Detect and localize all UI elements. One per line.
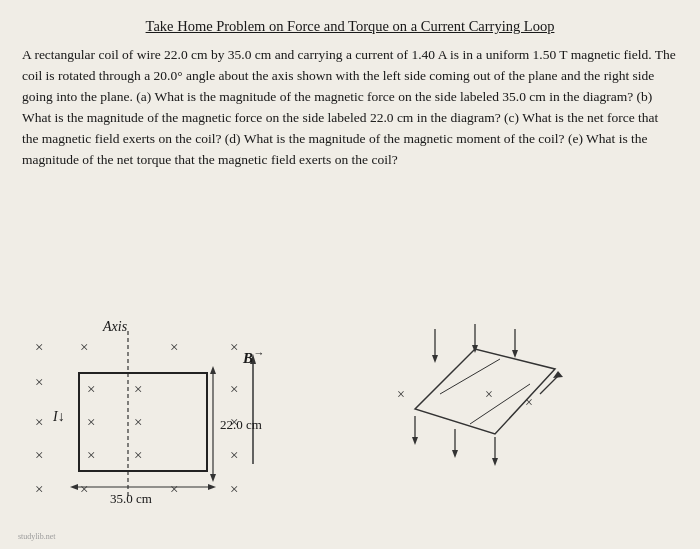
x-inside-6: × [134, 447, 142, 464]
svg-marker-17 [512, 350, 518, 358]
page-title: Take Home Problem on Force and Torque on… [22, 18, 678, 35]
svg-marker-3 [208, 484, 216, 490]
current-label: I↓ [53, 409, 65, 425]
x-out-1: × [35, 339, 43, 356]
x-inside-1: × [87, 381, 95, 398]
svg-marker-6 [210, 474, 216, 482]
svg-line-11 [470, 384, 530, 424]
svg-marker-25 [553, 371, 563, 378]
x-out-10: × [230, 447, 238, 464]
x-out-12: × [80, 481, 88, 498]
svg-text:×: × [525, 395, 533, 410]
coil-rectangle [78, 372, 208, 472]
x-out-6: × [35, 414, 43, 431]
diagram-area: Axis B→ [0, 319, 700, 519]
svg-marker-13 [432, 355, 438, 363]
watermark: studylib.net [18, 532, 56, 541]
tilted-coil-svg: × × × [385, 319, 585, 479]
width-dimension-label: 35.0 cm [110, 491, 152, 507]
x-out-3: × [170, 339, 178, 356]
x-inside-4: × [134, 414, 142, 431]
page: Take Home Problem on Force and Torque on… [0, 0, 700, 549]
right-diagram: × × × [385, 319, 585, 483]
x-out-2: × [80, 339, 88, 356]
svg-marker-2 [70, 484, 78, 490]
height-dimension-label: 22.0 cm [220, 417, 262, 433]
x-out-11: × [35, 481, 43, 498]
left-diagram: Axis B→ [15, 319, 385, 519]
x-inside-5: × [87, 447, 95, 464]
x-out-8: × [230, 381, 238, 398]
x-out-4: × [230, 339, 238, 356]
svg-marker-23 [492, 458, 498, 466]
svg-text:×: × [485, 387, 493, 402]
x-out-5: × [35, 374, 43, 391]
svg-text:×: × [397, 387, 405, 402]
problem-text: A rectangular coil of wire 22.0 cm by 35… [22, 45, 678, 171]
svg-marker-5 [210, 366, 216, 374]
x-out-14: × [230, 481, 238, 498]
x-out-13: × [170, 481, 178, 498]
svg-marker-21 [452, 450, 458, 458]
x-out-7: × [35, 447, 43, 464]
b-vector-label: B→ [243, 347, 264, 367]
x-inside-2: × [134, 381, 142, 398]
x-inside-3: × [87, 414, 95, 431]
svg-marker-19 [412, 437, 418, 445]
